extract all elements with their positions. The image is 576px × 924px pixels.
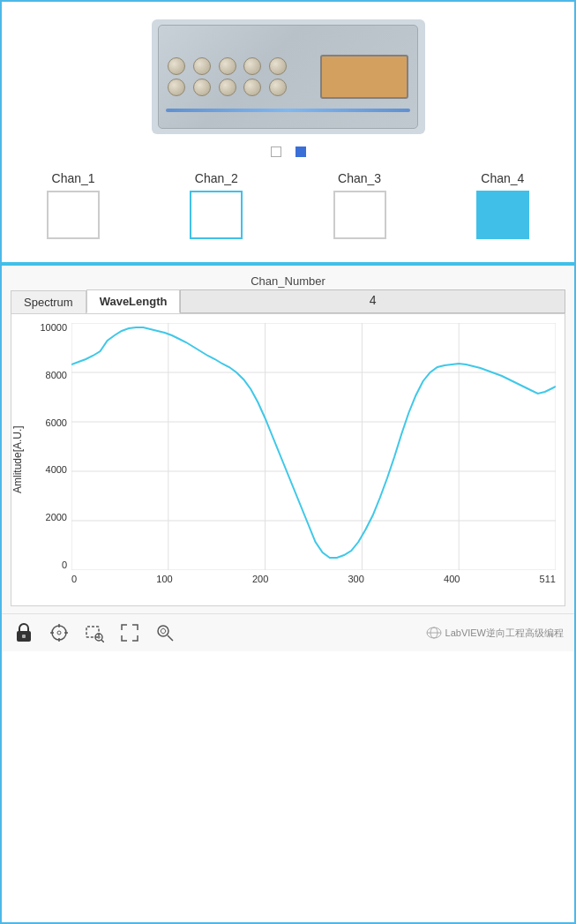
channel-item-4: Chan_4: [476, 171, 529, 239]
svg-point-25: [158, 626, 168, 636]
chan-number-container: Chan_Number Spectrum WaveLength 4: [2, 274, 574, 313]
svg-line-22: [101, 640, 104, 642]
channel-label-1: Chan_1: [52, 171, 95, 185]
chart-plot: [71, 323, 556, 570]
device-btn-5: [269, 57, 287, 75]
device-body: [158, 25, 418, 129]
x-tick-200: 200: [252, 574, 268, 584]
top-section: Chan_1 Chan_2 Chan_3 Chan_4: [2, 2, 574, 262]
zoom-rect-icon[interactable]: [83, 621, 106, 644]
svg-point-19: [57, 631, 61, 635]
y-tick-4000: 4000: [46, 465, 67, 475]
y-axis: 10000 8000 6000 4000 2000 0: [27, 323, 71, 570]
tab-wavelength[interactable]: WaveLength: [86, 289, 181, 313]
channel-box-1[interactable]: [47, 191, 100, 239]
x-tick-511: 511: [540, 574, 556, 584]
x-axis: 0 100 200 300 400 511: [71, 570, 556, 597]
x-tick-300: 300: [348, 574, 363, 584]
pagination-dot-1[interactable]: [271, 146, 281, 157]
device-btn-6: [168, 79, 185, 96]
waveform-svg: [71, 323, 556, 570]
chan-number-title: Chan_Number: [251, 274, 325, 288]
device-btn-4: [243, 57, 261, 75]
fit-icon[interactable]: [118, 621, 141, 644]
channel-box-3[interactable]: [333, 191, 386, 239]
device-btn-2: [193, 57, 211, 75]
svg-point-14: [52, 626, 66, 640]
y-axis-label: Amlitude[A.U.]: [11, 323, 24, 597]
chart-inner: 10000 8000 6000 4000 2000 0: [27, 323, 556, 597]
chan-number-value: 4: [180, 289, 565, 313]
waveform-line: [71, 327, 556, 558]
y-tick-2000: 2000: [46, 513, 67, 522]
channel-box-4[interactable]: [476, 191, 529, 239]
crosshair-icon[interactable]: [48, 621, 71, 644]
tab-spectrum[interactable]: Spectrum: [11, 290, 86, 313]
device-btn-1: [168, 57, 185, 75]
zoom-cursor-icon[interactable]: [153, 621, 176, 644]
svg-line-26: [168, 635, 173, 641]
watermark: LabVIEW逆向工程高级编程: [426, 627, 564, 640]
channel-item-2: Chan_2: [190, 171, 243, 239]
svg-rect-20: [86, 627, 99, 637]
device-btn-8: [219, 79, 236, 96]
device-buttons: [159, 50, 300, 103]
channel-item-3: Chan_3: [333, 171, 386, 239]
pagination-dot-2[interactable]: [295, 146, 306, 157]
chan-number-row: Spectrum WaveLength 4: [11, 289, 565, 313]
x-tick-0: 0: [71, 574, 77, 584]
device-btn-7: [193, 79, 211, 96]
lock-icon[interactable]: [12, 621, 35, 644]
device-btn-10: [269, 79, 287, 96]
svg-rect-13: [22, 635, 26, 638]
chart-container: Amlitude[A.U.] 10000 8000 6000 4000 2000…: [11, 313, 565, 606]
channel-label-4: Chan_4: [481, 171, 524, 185]
y-tick-8000: 8000: [46, 371, 67, 380]
channel-box-2[interactable]: [190, 191, 243, 239]
y-tick-10000: 10000: [40, 323, 67, 333]
channel-item-1: Chan_1: [47, 171, 100, 239]
tabs-container: Spectrum WaveLength: [11, 289, 180, 313]
device-screen: [320, 55, 408, 99]
x-tick-100: 100: [156, 574, 172, 584]
device-btn-9: [243, 79, 261, 96]
device-stripe: [166, 109, 410, 112]
y-tick-6000: 6000: [46, 418, 67, 428]
watermark-text: LabVIEW逆向工程高级编程: [445, 627, 564, 640]
channel-label-3: Chan_3: [338, 171, 381, 185]
chart-wrapper: Amlitude[A.U.] 10000 8000 6000 4000 2000…: [11, 323, 556, 597]
channel-section: Chan_1 Chan_2 Chan_3 Chan_4: [2, 171, 574, 253]
device-image: [152, 19, 425, 134]
x-tick-400: 400: [444, 574, 460, 584]
channel-label-2: Chan_2: [195, 171, 238, 185]
y-tick-0: 0: [62, 560, 67, 570]
pagination: [271, 146, 306, 157]
device-btn-3: [219, 57, 236, 75]
toolbar: LabVIEW逆向工程高级编程: [2, 613, 574, 651]
bottom-section: Chan_Number Spectrum WaveLength 4 Amlitu…: [2, 266, 574, 651]
